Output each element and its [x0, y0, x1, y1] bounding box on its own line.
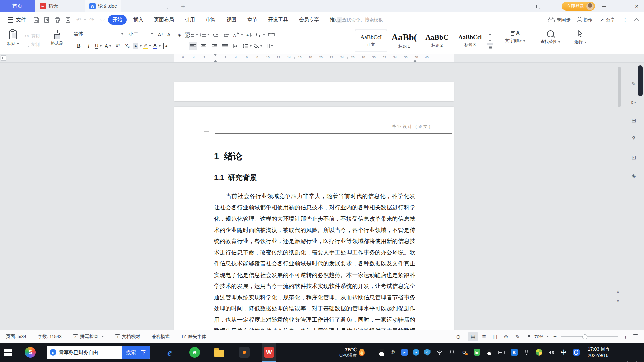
qat-more-icon[interactable]	[97, 15, 107, 25]
notification-bell-icon[interactable]	[448, 348, 456, 357]
font-name-combo[interactable]: 黑体	[74, 31, 123, 37]
strikethrough-button[interactable]: A	[104, 42, 112, 50]
zoom-out-button[interactable]: −	[553, 333, 557, 340]
doc-line[interactable]: 学技术的发展，运用当今一流的软件技术实现软件系统的开发，让考试信息完全	[214, 281, 415, 292]
underline-button[interactable]: U	[94, 42, 103, 50]
tab-section[interactable]: 章节	[243, 15, 262, 25]
subscript-button[interactable]: X₂	[123, 42, 132, 50]
usb-icon[interactable]	[522, 348, 531, 357]
line-spacing-button[interactable]	[242, 42, 252, 50]
tab-references[interactable]: 引用	[180, 15, 199, 25]
format-painter-button[interactable]: 格式刷	[48, 30, 66, 46]
notification-center-icon[interactable]: 10	[625, 355, 639, 362]
browser-360-icon[interactable]: e	[188, 343, 201, 362]
opera-icon[interactable]	[572, 348, 580, 357]
collapse-ribbon-icon[interactable]	[634, 18, 639, 23]
file-menu[interactable]: 文件	[8, 12, 26, 27]
ime-indicator[interactable]: 中	[559, 348, 568, 357]
doc-line[interactable]: 让社会各行业领域都争相使用新的信息技术，对行业内的各种相关数据进行科学	[214, 202, 415, 214]
zoom-in-button[interactable]: ＋	[623, 333, 628, 341]
missing-font-button[interactable]: T? 缺失字体	[181, 334, 206, 340]
save-icon[interactable]	[31, 15, 41, 25]
shield-360-icon[interactable]	[535, 348, 543, 357]
export-pdf-icon[interactable]	[42, 15, 52, 25]
doc-line[interactable]: 化，规范化管理。这样的大环境让那些止步不前，不接受信息改革带来的信息技	[214, 213, 415, 225]
doc-heading1[interactable]: 1 绪论	[214, 150, 242, 162]
command-search[interactable]: 查找命令、搜索模板	[335, 12, 383, 27]
eye-protect-icon[interactable]: ⊙	[453, 332, 463, 341]
taskbar-search-widget[interactable]: e 雷军称已财务自由 搜索一下	[47, 346, 150, 359]
zoom-value-control[interactable]: 70%	[527, 334, 549, 339]
styles-more-icon[interactable]	[487, 44, 493, 50]
apps-grid-icon[interactable]	[546, 0, 559, 12]
file-explorer-icon[interactable]	[213, 343, 226, 362]
doc-line[interactable]: 件信息技术能够覆盖社会各行业领域是时代的发展要求，各种数据以及文件真正	[214, 258, 415, 269]
login-button[interactable]: 立即登录	[562, 2, 595, 11]
spell-check-toggle[interactable]: ✓ 拼写检查	[73, 334, 104, 340]
screen-record-icon[interactable]: ▣	[473, 348, 481, 357]
tab-recommend-truncated[interactable]: 推	[325, 15, 335, 25]
tab-review[interactable]: 审阅	[201, 15, 220, 25]
dark-app-icon[interactable]	[237, 343, 251, 362]
paste-button[interactable]: 粘贴	[5, 30, 21, 47]
text-layout-button[interactable]: A 文字排版	[503, 30, 527, 44]
style-heading2[interactable]: AaBbC 标题 2	[421, 30, 453, 51]
print-preview-icon[interactable]	[63, 15, 73, 25]
wps-taskbar-icon[interactable]: W	[262, 343, 276, 362]
more-tools-dots[interactable]: ⋯	[614, 320, 622, 328]
show-marks-button[interactable]	[256, 30, 265, 39]
doc-line[interactable]: 术的企业随时面临被淘汰，被取代的风险。所以当今，各个行业领域，不管是传	[214, 225, 415, 236]
style-heading1[interactable]: AaBb( 标题 1	[388, 30, 420, 51]
sogou-icon[interactable]: S	[23, 343, 37, 362]
wifi-icon[interactable]	[435, 348, 444, 357]
font-size-combo[interactable]: 小二	[129, 31, 153, 37]
increase-indent-button[interactable]	[222, 30, 231, 39]
print-icon[interactable]	[52, 15, 62, 25]
previous-page-bottom[interactable]	[174, 82, 454, 101]
taskbar-search-button[interactable]: 搜索一下	[122, 346, 150, 359]
page-view-icon[interactable]: ▤	[468, 332, 478, 341]
find-replace-button[interactable]: 查找替换	[538, 30, 562, 45]
justify-button[interactable]	[221, 42, 229, 50]
doc-line[interactable]: 通过管理系统实现科学化，规范化，程序化管理。从而帮助信息管理者节省事务	[214, 292, 415, 303]
copy-button[interactable]: 复制	[25, 40, 40, 49]
vertical-scrollbar-thumb[interactable]	[618, 67, 621, 107]
align-center-button[interactable]	[199, 42, 208, 50]
more-options-icon[interactable]: ⋮	[623, 17, 628, 23]
tab-dev-tools[interactable]: 开发工具	[264, 15, 292, 25]
first-line-indent-marker[interactable]	[214, 54, 217, 56]
tab-view[interactable]: 视图	[222, 15, 241, 25]
text-direction-button[interactable]: A	[233, 30, 243, 39]
start-button[interactable]	[1, 343, 15, 362]
doc-line[interactable]: 当前社会各行业领域竞争压力非常大，随着当前时代的信息化，科学化发展，	[214, 191, 415, 202]
left-indent-marker[interactable]	[214, 60, 217, 62]
doc-line[interactable]: 实现电子化是信息社会发展的不可逆转的必然趋势。本一家运动鞋店也是紧跟科	[214, 269, 415, 281]
doc-line[interactable]: 处理的时间，降低数据处理的错误率，对于基础数据的管理水平可以起到促进作	[214, 303, 415, 314]
distribute-button[interactable]	[231, 42, 240, 50]
note-view-icon[interactable]: ✎	[512, 332, 522, 341]
side-navigation-icon[interactable]: ◈	[628, 170, 639, 181]
tab-insert[interactable]: 插入	[129, 15, 148, 25]
proofread-button[interactable]: x 文档校对	[115, 334, 140, 340]
side-edit-pen-icon[interactable]: ✎	[628, 78, 639, 89]
cut-button[interactable]: ✂剪切	[25, 32, 40, 40]
clear-format-icon[interactable]: ◈	[175, 30, 184, 39]
side-select-cursor-icon[interactable]: ▻	[628, 96, 639, 108]
next-page-button[interactable]: ∨	[614, 297, 622, 305]
align-right-button[interactable]	[210, 42, 219, 50]
zoom-slider[interactable]	[561, 336, 618, 337]
tab-stop-selector[interactable]	[1, 55, 6, 61]
web-view-icon[interactable]: ⊕	[501, 332, 511, 341]
font-color-button[interactable]: A	[152, 42, 161, 50]
restore-button[interactable]	[614, 0, 627, 12]
undo-caret[interactable]	[84, 19, 86, 21]
phone-icon[interactable]: ✆	[389, 348, 397, 357]
split-screen-icon[interactable]	[530, 0, 543, 12]
outline-view-icon[interactable]: ≣	[479, 332, 489, 341]
bullet-list-button[interactable]	[189, 30, 198, 39]
numbered-list-button[interactable]: 123	[200, 30, 209, 39]
minimize-button[interactable]	[598, 0, 611, 12]
bluetooth-icon[interactable]: B	[510, 348, 518, 357]
tabs-ruler-button[interactable]	[267, 30, 276, 39]
qq-tray-icon[interactable]	[485, 348, 493, 357]
